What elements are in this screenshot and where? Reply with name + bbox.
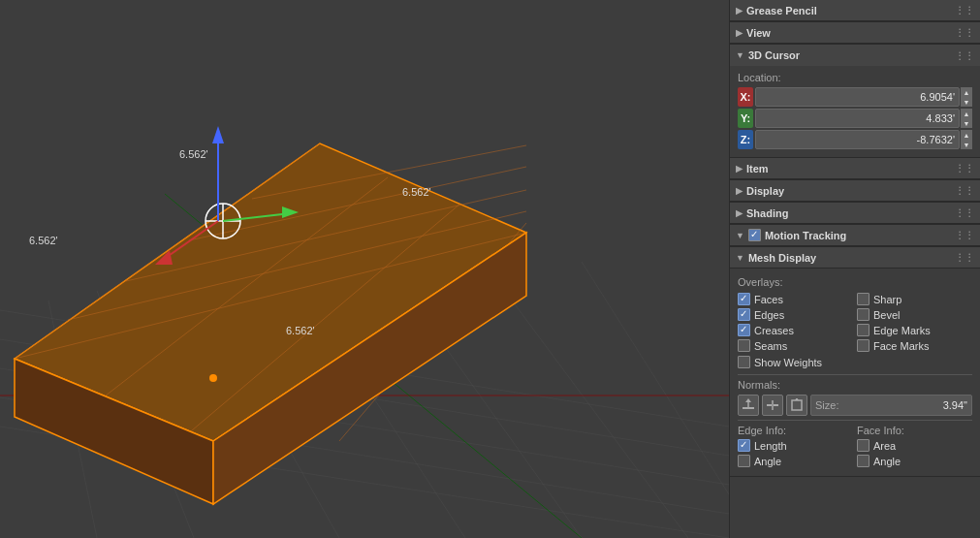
edge-info-col: Edge Info: Length Angle (738, 425, 853, 470)
display-label: Display (746, 185, 784, 197)
mesh-display-label: Mesh Display (748, 252, 816, 264)
y-down-btn[interactable]: ▼ (961, 118, 972, 128)
motion-tracking-arrow: ▼ (736, 231, 744, 240)
faces-checkbox[interactable] (738, 293, 750, 305)
normal-btn-1[interactable] (738, 395, 759, 416)
normal-btn-2[interactable] (762, 395, 783, 416)
faces-item: Faces (738, 293, 853, 305)
edges-item: Edges (738, 308, 853, 321)
cursor-dots: ⋮⋮ (955, 50, 974, 61)
angle-face-item: Angle (857, 455, 972, 467)
shading-label: Shading (746, 207, 788, 219)
x-coord-row: X: 6.9054' ▲ ▼ (738, 87, 972, 107)
normals-label: Normals: (738, 379, 972, 391)
item-header[interactable]: ▶ Item ⋮⋮ (730, 158, 980, 179)
sharp-item: Sharp (857, 293, 972, 305)
overlays-label: Overlays: (738, 276, 972, 288)
item-dots: ⋮⋮ (955, 163, 974, 174)
item-label: Item (746, 163, 769, 174)
motion-tracking-dots: ⋮⋮ (955, 230, 974, 240)
display-header[interactable]: ▶ Display ⋮⋮ (730, 180, 980, 202)
right-panel: ▶ Grease Pencil ⋮⋮ ▶ View ⋮⋮ ▼ 3D Cursor… (729, 0, 980, 538)
x-stepper: ▲ ▼ (961, 87, 972, 107)
show-weights-label: Show Weights (754, 357, 822, 368)
cursor-body: Location: X: 6.9054' ▲ ▼ Y: 4.833' ▲ ▼ (730, 66, 980, 157)
motion-tracking-header[interactable]: ▼ Motion Tracking ⋮⋮ (730, 225, 980, 246)
x-down-btn[interactable]: ▼ (961, 97, 972, 107)
svg-rect-45 (767, 404, 772, 406)
normal-btn-3[interactable] (786, 395, 807, 416)
edge-marks-checkbox[interactable] (857, 324, 869, 336)
y-label: Y: (738, 109, 753, 128)
seams-checkbox[interactable] (738, 339, 750, 352)
size-field[interactable]: Size: 3.94" (810, 395, 972, 416)
face-info-col: Face Info: Area Angle (857, 425, 972, 470)
cursor-label: 3D Cursor (748, 49, 800, 61)
length-item: Length (738, 439, 853, 452)
info-row: Edge Info: Length Angle Face Info: Area (738, 425, 972, 470)
bevel-item: Bevel (857, 308, 972, 321)
mesh-display-dots: ⋮⋮ (955, 252, 974, 263)
edges-checkbox[interactable] (738, 308, 750, 321)
display-dots: ⋮⋮ (955, 185, 974, 196)
show-weights-checkbox[interactable] (738, 356, 750, 368)
area-item: Area (857, 439, 972, 452)
creases-item: Creases (738, 324, 853, 336)
y-up-btn[interactable]: ▲ (961, 109, 972, 118)
svg-rect-48 (792, 400, 802, 410)
view-section: ▶ View ⋮⋮ (730, 22, 980, 45)
creases-label: Creases (754, 325, 794, 336)
svg-marker-44 (745, 398, 751, 402)
shading-header[interactable]: ▶ Shading ⋮⋮ (730, 203, 980, 224)
mesh-display-body: Overlays: Faces Sharp Edges (730, 269, 980, 476)
view-dots: ⋮⋮ (955, 27, 974, 38)
location-label: Location: (738, 72, 972, 83)
x-label: X: (738, 87, 753, 107)
sharp-checkbox[interactable] (857, 293, 869, 305)
y-value[interactable]: 4.833' (755, 109, 960, 128)
area-checkbox[interactable] (857, 439, 869, 452)
angle-face-label: Angle (873, 456, 901, 467)
item-section: ▶ Item ⋮⋮ (730, 158, 980, 180)
svg-rect-42 (743, 407, 754, 409)
viewport-area[interactable]: 6.562' 6.562' 6.562' 6.562' (0, 0, 729, 538)
edge-info-label: Edge Info: (738, 425, 853, 436)
bevel-checkbox[interactable] (857, 308, 869, 321)
cursor-header[interactable]: ▼ 3D Cursor ⋮⋮ (730, 45, 980, 66)
display-section: ▶ Display ⋮⋮ (730, 180, 980, 203)
z-stepper: ▲ ▼ (961, 130, 972, 149)
z-value[interactable]: -8.7632' (755, 130, 960, 149)
grease-pencil-label: Grease Pencil (746, 5, 817, 16)
face-marks-item: Face Marks (857, 339, 972, 352)
length-label: Length (754, 440, 787, 452)
motion-tracking-label: Motion Tracking (765, 230, 846, 241)
z-down-btn[interactable]: ▼ (961, 140, 972, 149)
motion-tracking-checkbox[interactable] (748, 229, 761, 241)
svg-marker-50 (795, 398, 799, 400)
angle-edge-item: Angle (738, 455, 853, 467)
y-stepper: ▲ ▼ (961, 109, 972, 128)
creases-checkbox[interactable] (738, 324, 750, 336)
edge-marks-label: Edge Marks (873, 325, 931, 336)
z-up-btn[interactable]: ▲ (961, 130, 972, 140)
normals-row: Size: 3.94" (738, 395, 972, 416)
seams-item: Seams (738, 339, 853, 352)
x-value[interactable]: 6.9054' (755, 87, 960, 107)
x-up-btn[interactable]: ▲ (961, 87, 972, 97)
divider-normals (738, 374, 972, 375)
shading-dots: ⋮⋮ (955, 207, 974, 218)
show-weights-row: Show Weights (738, 356, 972, 368)
display-arrow: ▶ (736, 186, 743, 196)
angle-face-checkbox[interactable] (857, 455, 869, 467)
item-arrow: ▶ (736, 164, 743, 174)
grease-pencil-dots: ⋮⋮ (955, 5, 974, 16)
length-checkbox[interactable] (738, 439, 750, 452)
angle-edge-checkbox[interactable] (738, 455, 750, 467)
face-marks-checkbox[interactable] (857, 339, 869, 352)
mesh-display-header[interactable]: ▼ Mesh Display ⋮⋮ (730, 247, 980, 269)
grease-pencil-header[interactable]: ▶ Grease Pencil ⋮⋮ (730, 0, 980, 21)
size-label: Size: (815, 399, 838, 411)
divider-info (738, 420, 972, 421)
view-header[interactable]: ▶ View ⋮⋮ (730, 22, 980, 44)
shading-section: ▶ Shading ⋮⋮ (730, 203, 980, 225)
